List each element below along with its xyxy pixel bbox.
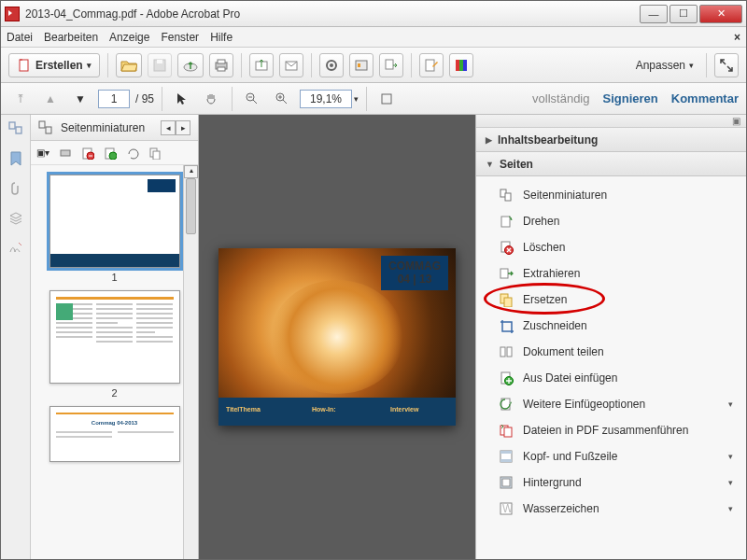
printer-icon	[214, 58, 229, 73]
scan-icon	[354, 58, 369, 73]
main-toolbar: Erstellen ▾ Anpassen ▾	[1, 48, 746, 83]
zoom-out-icon	[245, 91, 260, 106]
export-button[interactable]	[379, 53, 403, 77]
tool-item-label: Aus Datei einfügen	[523, 371, 617, 385]
menu-hilfe[interactable]: Hilfe	[210, 31, 233, 44]
chevron-down-icon[interactable]: ▾	[354, 94, 359, 104]
tool-item-label: Ersetzen	[523, 293, 567, 306]
folder-open-icon	[120, 58, 137, 73]
crop-icon	[499, 318, 514, 333]
fit-width-button[interactable]	[374, 87, 399, 111]
thumb-rotate-icon[interactable]	[104, 147, 117, 160]
edit-text-button[interactable]	[419, 53, 444, 77]
accordion-content-editing[interactable]: ▶Inhaltsbearbeitung	[476, 128, 746, 152]
prev-page-button[interactable]: ▲	[38, 87, 63, 111]
hand-tool-button[interactable]	[200, 87, 224, 111]
svg-rect-24	[46, 127, 51, 133]
minimize-button[interactable]: —	[640, 5, 668, 23]
window-title: 2013-04_Commag.pdf - Adobe Acrobat Pro	[25, 7, 640, 21]
svg-rect-0	[20, 60, 28, 71]
tool-item-headerfooter[interactable]: Kopf- und Fußzeile▾	[476, 443, 746, 469]
nav-rail	[1, 115, 31, 559]
menu-fenster[interactable]: Fenster	[161, 31, 199, 44]
create-icon	[17, 58, 32, 73]
menu-anzeige[interactable]: Anzeige	[109, 31, 149, 44]
thumb-scrollbar[interactable]: ▴	[183, 165, 198, 559]
zoom-in-button[interactable]	[270, 87, 294, 111]
save-icon	[152, 58, 167, 73]
tools-header[interactable]: ▣	[476, 115, 746, 128]
menu-datei[interactable]: Datei	[7, 31, 33, 44]
thumb-rotate2-icon[interactable]	[126, 147, 139, 160]
color-button[interactable]	[449, 53, 473, 77]
tool-item-combine[interactable]: Dateien in PDF zusammenführen	[476, 417, 746, 443]
attachment-rail-icon[interactable]	[7, 180, 24, 197]
hand-icon	[204, 91, 219, 106]
thumb-print-icon[interactable]	[59, 147, 72, 160]
share-button[interactable]	[249, 53, 274, 77]
comment-link[interactable]: Kommentar	[671, 91, 739, 105]
thumb-page-3[interactable]: Commag 04-2013	[38, 406, 190, 462]
zoom-input[interactable]	[300, 90, 352, 108]
tool-item-pages[interactable]: Seitenminiaturen	[476, 182, 746, 208]
thumbnails-panel: Seitenminiaturen ◂▸ ▣▾ 1	[31, 115, 199, 559]
create-button[interactable]: Erstellen ▾	[8, 53, 100, 77]
tool-item-delete[interactable]: Löschen	[476, 234, 746, 260]
tool-item-moreinsert[interactable]: Weitere Einfügeoptionen▾	[476, 391, 746, 417]
svg-rect-14	[426, 60, 434, 71]
tool-item-background[interactable]: Hintergrund▾	[476, 469, 746, 496]
layers-rail-icon[interactable]	[7, 210, 24, 227]
scan-button[interactable]	[349, 53, 374, 77]
accordion-pages[interactable]: ▼Seiten	[476, 152, 746, 176]
tool-item-watermark[interactable]: WWasserzeichen▾	[476, 496, 746, 522]
thumb-delete-icon[interactable]	[81, 147, 94, 160]
thumb-replace-icon[interactable]	[148, 147, 162, 160]
email-button[interactable]	[279, 53, 303, 77]
print-button[interactable]	[209, 53, 233, 77]
svg-rect-15	[456, 60, 459, 71]
bookmark-rail-icon[interactable]	[7, 150, 24, 167]
tool-item-crop[interactable]: Zuschneiden	[476, 313, 746, 339]
moreinsert-icon	[499, 397, 514, 412]
zoom-out-button[interactable]	[240, 87, 264, 111]
thumb-page-1[interactable]: 1	[38, 175, 190, 283]
thumb-page-2[interactable]: 2	[38, 290, 190, 399]
open-button[interactable]	[116, 53, 142, 77]
svg-rect-12	[358, 63, 360, 67]
customize-button[interactable]: Anpassen ▾	[631, 53, 698, 77]
svg-rect-51	[502, 479, 510, 486]
tool-item-insertfile[interactable]: Aus Datei einfügen	[476, 365, 746, 391]
fullscreen-button[interactable]	[714, 53, 739, 77]
sign-link[interactable]: Signieren	[603, 91, 658, 105]
next-page-button[interactable]: ▼	[68, 87, 92, 111]
thumbnails-rail-icon[interactable]	[7, 120, 24, 137]
signatures-rail-icon[interactable]	[7, 240, 24, 257]
panel-collapse-buttons[interactable]: ◂▸	[161, 120, 190, 135]
gear-button[interactable]	[319, 53, 344, 77]
svg-rect-5	[218, 60, 225, 63]
menu-bearbeiten[interactable]: Bearbeiten	[44, 31, 98, 44]
tool-item-rotate[interactable]: Drehen	[476, 208, 746, 234]
first-page-button[interactable]: ⤒	[8, 87, 33, 111]
zoom-in-icon	[275, 91, 289, 106]
split-icon	[499, 344, 514, 359]
document-view[interactable]: COMMAG04 | 13 TitelThema How-In: Intervi…	[199, 115, 475, 559]
full-link[interactable]: vollständig	[532, 91, 589, 105]
close-button[interactable]: ✕	[699, 5, 742, 23]
svg-rect-40	[500, 347, 505, 357]
page-toolbar: ⤒ ▲ ▼ / 95 ▾ vollständig Signieren Komme…	[1, 83, 746, 115]
tool-item-split[interactable]: Dokument teilen	[476, 339, 746, 365]
save-button[interactable]	[148, 53, 172, 77]
select-tool-button[interactable]	[170, 87, 194, 111]
svg-point-10	[330, 63, 333, 67]
options-icon[interactable]: ▣▾	[36, 147, 49, 158]
maximize-button[interactable]: ☐	[669, 5, 698, 23]
svg-rect-37	[500, 269, 508, 278]
tool-item-extract[interactable]: Extrahieren	[476, 260, 746, 287]
page-number-input[interactable]	[98, 90, 130, 108]
tool-item-replace[interactable]: Ersetzen	[476, 287, 746, 313]
svg-rect-23	[39, 121, 45, 128]
cloud-button[interactable]	[177, 53, 204, 77]
replace-icon	[499, 292, 514, 307]
menu-close-icon[interactable]: ×	[734, 31, 740, 44]
